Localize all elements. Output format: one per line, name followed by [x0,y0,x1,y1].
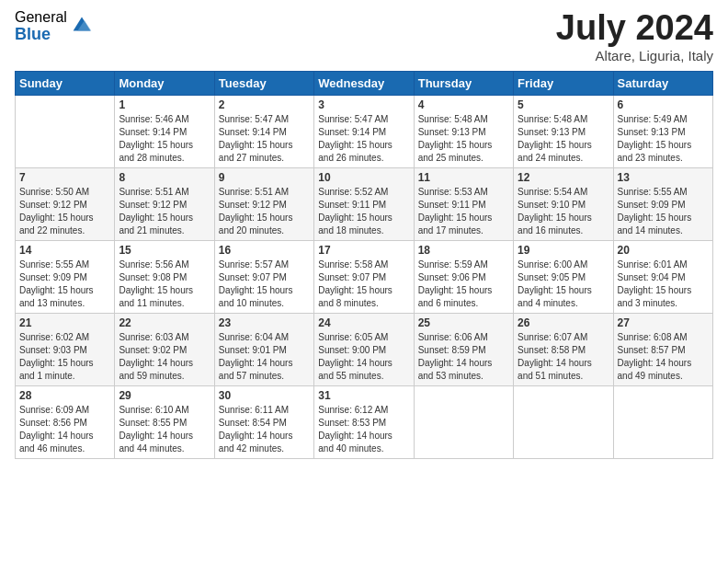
calendar-cell: 5Sunrise: 5:48 AM Sunset: 9:13 PM Daylig… [514,95,613,167]
day-info: Sunrise: 5:48 AM Sunset: 9:13 PM Dayligh… [518,113,609,165]
weekday-header: Friday [514,71,613,95]
calendar-cell: 3Sunrise: 5:47 AM Sunset: 9:14 PM Daylig… [314,95,414,167]
day-number: 12 [518,171,609,184]
day-number: 15 [119,244,210,257]
calendar-cell: 20Sunrise: 6:01 AM Sunset: 9:04 PM Dayli… [613,240,712,313]
weekday-header: Monday [115,71,214,95]
calendar-cell [16,95,115,167]
day-number: 20 [618,244,709,257]
calendar-week-row: 28Sunrise: 6:09 AM Sunset: 8:56 PM Dayli… [16,385,713,458]
calendar-cell: 1Sunrise: 5:46 AM Sunset: 9:14 PM Daylig… [115,95,214,167]
day-info: Sunrise: 5:52 AM Sunset: 9:11 PM Dayligh… [318,186,409,237]
calendar-cell: 7Sunrise: 5:50 AM Sunset: 9:12 PM Daylig… [16,167,115,240]
day-info: Sunrise: 5:51 AM Sunset: 9:12 PM Dayligh… [219,186,310,237]
day-info: Sunrise: 5:58 AM Sunset: 9:07 PM Dayligh… [318,259,409,310]
calendar-cell: 16Sunrise: 5:57 AM Sunset: 9:07 PM Dayli… [214,240,313,313]
calendar-cell: 14Sunrise: 5:55 AM Sunset: 9:09 PM Dayli… [16,240,115,313]
day-number: 30 [219,389,310,402]
logo-general: General [15,9,67,26]
day-info: Sunrise: 6:07 AM Sunset: 8:58 PM Dayligh… [518,331,609,383]
calendar-cell: 18Sunrise: 5:59 AM Sunset: 9:06 PM Dayli… [414,240,513,313]
day-info: Sunrise: 6:12 AM Sunset: 8:53 PM Dayligh… [318,404,409,455]
day-number: 31 [318,389,409,402]
day-info: Sunrise: 6:03 AM Sunset: 9:02 PM Dayligh… [119,331,210,383]
day-number: 23 [219,316,310,329]
day-info: Sunrise: 6:01 AM Sunset: 9:04 PM Dayligh… [618,259,709,310]
day-info: Sunrise: 6:00 AM Sunset: 9:05 PM Dayligh… [518,259,609,310]
day-info: Sunrise: 6:02 AM Sunset: 9:03 PM Dayligh… [19,331,110,383]
day-info: Sunrise: 5:49 AM Sunset: 9:13 PM Dayligh… [618,113,709,165]
day-number: 8 [119,171,210,184]
day-info: Sunrise: 5:54 AM Sunset: 9:10 PM Dayligh… [518,186,609,237]
day-info: Sunrise: 5:47 AM Sunset: 9:14 PM Dayligh… [219,113,310,165]
day-info: Sunrise: 6:08 AM Sunset: 8:57 PM Dayligh… [618,331,709,383]
day-info: Sunrise: 5:57 AM Sunset: 9:07 PM Dayligh… [219,259,310,310]
day-info: Sunrise: 5:55 AM Sunset: 9:09 PM Dayligh… [19,259,110,310]
calendar-cell: 22Sunrise: 6:03 AM Sunset: 9:02 PM Dayli… [115,313,214,385]
day-number: 22 [119,316,210,329]
calendar-cell: 21Sunrise: 6:02 AM Sunset: 9:03 PM Dayli… [16,313,115,385]
day-number: 21 [19,316,110,329]
subtitle: Altare, Liguria, Italy [556,48,713,63]
day-number: 27 [618,316,709,329]
calendar-cell: 29Sunrise: 6:10 AM Sunset: 8:55 PM Dayli… [115,385,214,458]
day-info: Sunrise: 6:10 AM Sunset: 8:55 PM Dayligh… [119,404,210,455]
calendar-week-row: 7Sunrise: 5:50 AM Sunset: 9:12 PM Daylig… [16,167,713,240]
day-number: 18 [418,244,509,257]
calendar-cell: 6Sunrise: 5:49 AM Sunset: 9:13 PM Daylig… [613,95,712,167]
day-number: 11 [418,171,509,184]
calendar-cell [414,385,513,458]
day-number: 5 [518,98,609,111]
day-number: 14 [19,244,110,257]
day-number: 16 [219,244,310,257]
calendar-table: SundayMondayTuesdayWednesdayThursdayFrid… [15,71,713,459]
weekday-header: Tuesday [214,71,313,95]
calendar-cell: 28Sunrise: 6:09 AM Sunset: 8:56 PM Dayli… [16,385,115,458]
weekday-header: Sunday [16,71,115,95]
day-info: Sunrise: 5:48 AM Sunset: 9:13 PM Dayligh… [418,113,509,165]
day-info: Sunrise: 6:11 AM Sunset: 8:54 PM Dayligh… [219,404,310,455]
calendar-cell: 27Sunrise: 6:08 AM Sunset: 8:57 PM Dayli… [613,313,712,385]
calendar-cell: 12Sunrise: 5:54 AM Sunset: 9:10 PM Dayli… [514,167,613,240]
calendar-cell: 8Sunrise: 5:51 AM Sunset: 9:12 PM Daylig… [115,167,214,240]
day-info: Sunrise: 5:47 AM Sunset: 9:14 PM Dayligh… [318,113,409,165]
day-number: 7 [19,171,110,184]
calendar-cell: 10Sunrise: 5:52 AM Sunset: 9:11 PM Dayli… [314,167,414,240]
day-number: 4 [418,98,509,111]
day-number: 6 [618,98,709,111]
day-info: Sunrise: 5:50 AM Sunset: 9:12 PM Dayligh… [19,186,110,237]
logo-icon [69,12,95,38]
month-title: July 2024 [556,9,713,48]
calendar-cell: 9Sunrise: 5:51 AM Sunset: 9:12 PM Daylig… [214,167,313,240]
day-info: Sunrise: 6:04 AM Sunset: 9:01 PM Dayligh… [219,331,310,383]
title-block: July 2024 Altare, Liguria, Italy [556,9,713,63]
weekday-header: Wednesday [314,71,414,95]
calendar-cell: 23Sunrise: 6:04 AM Sunset: 9:01 PM Dayli… [214,313,313,385]
calendar-week-row: 1Sunrise: 5:46 AM Sunset: 9:14 PM Daylig… [16,95,713,167]
calendar-cell: 15Sunrise: 5:56 AM Sunset: 9:08 PM Dayli… [115,240,214,313]
calendar-week-row: 21Sunrise: 6:02 AM Sunset: 9:03 PM Dayli… [16,313,713,385]
header: General Blue July 2024 Altare, Liguria, … [15,9,713,63]
calendar-cell: 31Sunrise: 6:12 AM Sunset: 8:53 PM Dayli… [314,385,414,458]
day-number: 13 [618,171,709,184]
day-number: 1 [119,98,210,111]
day-info: Sunrise: 6:06 AM Sunset: 8:59 PM Dayligh… [418,331,509,383]
calendar-cell: 19Sunrise: 6:00 AM Sunset: 9:05 PM Dayli… [514,240,613,313]
day-info: Sunrise: 5:56 AM Sunset: 9:08 PM Dayligh… [119,259,210,310]
day-number: 26 [518,316,609,329]
day-number: 29 [119,389,210,402]
day-number: 2 [219,98,310,111]
day-number: 17 [318,244,409,257]
day-info: Sunrise: 5:51 AM Sunset: 9:12 PM Dayligh… [119,186,210,237]
weekday-header: Thursday [414,71,513,95]
calendar-cell: 26Sunrise: 6:07 AM Sunset: 8:58 PM Dayli… [514,313,613,385]
calendar-cell: 2Sunrise: 5:47 AM Sunset: 9:14 PM Daylig… [214,95,313,167]
day-info: Sunrise: 5:46 AM Sunset: 9:14 PM Dayligh… [119,113,210,165]
day-number: 28 [19,389,110,402]
calendar-cell [514,385,613,458]
logo: General Blue [15,9,95,43]
day-number: 19 [518,244,609,257]
calendar-header-row: SundayMondayTuesdayWednesdayThursdayFrid… [16,71,713,95]
day-info: Sunrise: 6:05 AM Sunset: 9:00 PM Dayligh… [318,331,409,383]
day-number: 10 [318,171,409,184]
